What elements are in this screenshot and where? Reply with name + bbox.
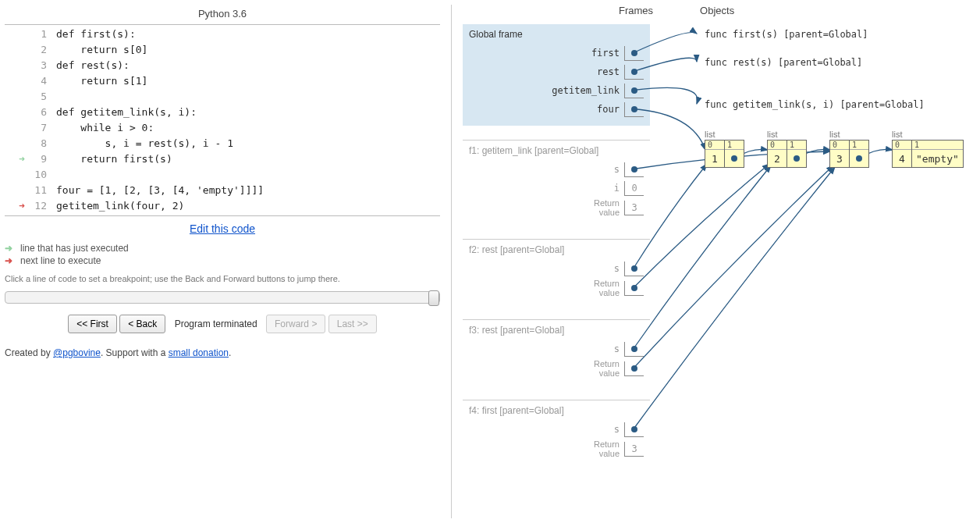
frames-header: Frames [619, 5, 653, 16]
arrow-next-line-icon: ➜ [5, 255, 20, 266]
step-slider[interactable] [5, 291, 440, 304]
last-button[interactable]: Last >> [328, 315, 377, 333]
list-object: list031 [829, 130, 869, 168]
first-button[interactable]: << First [68, 315, 117, 333]
author-link[interactable]: @pgbovine [53, 347, 101, 358]
frame-var: getitem_link [469, 82, 644, 99]
list-object: list021 [767, 130, 807, 168]
legend-next-line: ➜ next line to execute [5, 255, 440, 266]
code-line[interactable]: 5 [5, 89, 440, 105]
legend-just-executed: ➜ line that has just executed [5, 243, 440, 254]
code-line[interactable]: ➜9 return first(s) [5, 151, 440, 167]
global-frame: Global frame firstrestgetitem_linkfour [463, 24, 650, 126]
frame-var: rest [469, 63, 644, 80]
language-title: Python 3.6 [5, 8, 440, 20]
func-object: func first(s) [parent=Global] [705, 29, 868, 40]
frame-var: four [469, 101, 644, 118]
code-line[interactable]: 6def getitem_link(s, i): [5, 105, 440, 120]
frame-var: s [469, 340, 644, 358]
back-button[interactable]: < Back [119, 315, 165, 333]
frame-var: Returnvalue [469, 279, 644, 297]
frame-var: i0 [469, 180, 644, 197]
call-frame: f4: first [parent=Global]sReturnvalue3 [463, 400, 650, 466]
frame-var: Returnvalue3 [469, 198, 644, 217]
frame-var: first [469, 44, 644, 62]
frame-var: Returnvalue3 [469, 439, 644, 458]
func-object: func getitem_link(s, i) [parent=Global] [705, 99, 925, 110]
slider-thumb[interactable] [428, 290, 439, 306]
code-line[interactable]: 4 return s[1] [5, 73, 440, 89]
code-line[interactable]: 11four = [1, [2, [3, [4, 'empty']]]] [5, 183, 440, 198]
breakpoint-hint: Click a line of code to set a breakpoint… [5, 274, 440, 283]
legend-next-line-label: next line to execute [20, 255, 101, 266]
list-object: list011 [705, 130, 744, 168]
code-line[interactable]: ➜12getitem_link(four, 2) [5, 198, 440, 214]
execution-status: Program terminated [175, 318, 257, 329]
frame-var: s [469, 161, 644, 178]
code-line[interactable]: 8 s, i = rest(s), i - 1 [5, 136, 440, 151]
credit-line: Created by @pgbovine. Support with a sma… [5, 347, 440, 358]
call-frame: f3: rest [parent=Global]sReturnvalue [463, 319, 650, 386]
forward-button[interactable]: Forward > [266, 315, 325, 333]
arrow-just-executed-icon: ➜ [5, 243, 20, 254]
global-frame-title: Global frame [469, 29, 644, 40]
frame-var: s [469, 260, 644, 277]
frame-var: Returnvalue [469, 359, 644, 378]
edit-code-link[interactable]: Edit this code [5, 222, 440, 235]
code-line[interactable]: 1def first(s): [5, 27, 440, 42]
code-line[interactable]: 10 [5, 167, 440, 183]
frame-var: s [469, 421, 644, 438]
code-listing: 1def first(s):2 return s[0]3def rest(s):… [5, 24, 440, 216]
donation-link[interactable]: small donation [169, 347, 229, 358]
legend-just-executed-label: line that has just executed [20, 243, 129, 254]
code-line[interactable]: 2 return s[0] [5, 42, 440, 58]
func-object: func rest(s) [parent=Global] [705, 57, 862, 68]
code-line[interactable]: 3def rest(s): [5, 58, 440, 73]
call-frame: f1: getitem_link [parent=Global]si0Retur… [463, 140, 650, 225]
call-frame: f2: rest [parent=Global]sReturnvalue [463, 239, 650, 305]
list-object: list041"empty" [892, 130, 964, 168]
code-line[interactable]: 7 while i > 0: [5, 120, 440, 136]
objects-header: Objects [700, 5, 734, 16]
